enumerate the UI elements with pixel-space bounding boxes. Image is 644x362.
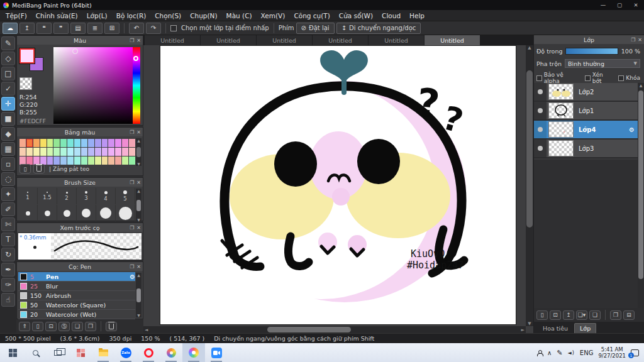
palette-swatch[interactable] — [108, 156, 114, 165]
text-tool[interactable]: T — [1, 233, 15, 246]
people-icon[interactable] — [537, 350, 542, 355]
tray-expand-icon[interactable]: ∧ — [547, 349, 552, 356]
menu-help[interactable]: Help — [405, 12, 429, 19]
palette-swatch[interactable] — [26, 148, 33, 156]
brush-add-preset-button[interactable]: ⊡ — [45, 322, 57, 331]
taskbar-opera[interactable] — [137, 343, 160, 362]
brush-row-watercolor-wet[interactable]: 20 Watercolor (Wet) — [18, 310, 135, 319]
merge-layer-button[interactable]: ⊟ — [623, 310, 635, 320]
blend-dropdown[interactable]: Bình thường ▼ — [565, 59, 640, 68]
layer-visibility[interactable] — [534, 83, 547, 101]
eraser-tool[interactable]: ◇ — [1, 52, 15, 65]
select-pen-tool[interactable]: ✐ — [1, 202, 15, 216]
palette-new-button[interactable]: ▯ — [19, 164, 31, 173]
brush-list-scrollbar[interactable]: ▲▼ — [136, 273, 142, 317]
taskbar-search[interactable] — [24, 343, 47, 362]
palette-swatch[interactable] — [67, 148, 74, 156]
bucket-tool[interactable]: ◆ — [1, 127, 15, 141]
palette-swatch[interactable] — [53, 139, 60, 147]
palette-swatch[interactable] — [108, 139, 114, 147]
close-icon[interactable]: ✕ — [136, 225, 141, 231]
brush-script-button[interactable]: Ⓢ — [58, 322, 70, 331]
scroll-down-icon[interactable]: ▼ — [528, 321, 531, 326]
brush-folder-button[interactable]: ❏ — [72, 322, 83, 331]
select-eraser-tool[interactable]: ✄ — [1, 217, 15, 231]
palette-swatch[interactable] — [122, 148, 128, 156]
layer-row-lop2[interactable]: Lớp2 — [534, 83, 638, 102]
popout-icon[interactable]: ❐ — [130, 38, 134, 43]
rotate-tool[interactable]: ↻ — [1, 248, 15, 261]
language-indicator[interactable]: ENG — [580, 349, 594, 356]
pick-layer-checkbox[interactable] — [170, 25, 177, 31]
notification-icon[interactable]: 1 — [631, 349, 639, 356]
brush-size-1[interactable]: 1 — [18, 188, 38, 204]
magic-wand-tool[interactable]: ✦ — [1, 187, 15, 201]
start-button[interactable] — [1, 343, 24, 362]
palette-swatch[interactable] — [115, 148, 121, 156]
palette-swatch[interactable] — [108, 148, 114, 156]
clipping-checkbox[interactable]: Xén bớt — [585, 72, 613, 84]
popout-icon[interactable]: ❐ — [631, 37, 635, 43]
palette-swatch[interactable] — [129, 148, 135, 156]
add-folder-button[interactable]: ❏▾ — [576, 310, 587, 320]
palette-swatch[interactable] — [81, 148, 87, 156]
taskbar-zoom[interactable] — [205, 343, 228, 362]
layer-visibility[interactable] — [534, 121, 547, 138]
pen-tool[interactable]: ✎ — [1, 36, 15, 50]
scroll-right-icon[interactable]: ► — [521, 327, 525, 332]
popout-icon[interactable]: ❐ — [130, 129, 134, 135]
sb-picker[interactable] — [72, 48, 78, 54]
document-tab[interactable]: Untitled — [313, 35, 368, 45]
comment-button[interactable]: ❝ — [36, 23, 52, 34]
publish-button[interactable]: ↥ — [19, 23, 35, 34]
palette-swatch[interactable] — [26, 139, 33, 147]
palette-swatch[interactable] — [74, 148, 80, 156]
palette-swatch[interactable] — [60, 148, 67, 156]
menu-chinh-sua[interactable]: Chỉnh sửa(E) — [31, 12, 82, 19]
opacity-slider[interactable] — [565, 48, 618, 55]
close-icon[interactable]: ✕ — [136, 180, 141, 185]
document-tab[interactable]: Untitled — [369, 35, 424, 45]
palette-swatch[interactable] — [40, 139, 47, 147]
brush-upload-button[interactable]: ⇑ — [19, 322, 30, 331]
tab-layers[interactable]: Lớp — [574, 323, 596, 333]
lock-checkbox[interactable]: Khóa — [618, 75, 640, 81]
document-tab[interactable]: Untitled — [257, 35, 312, 45]
palette-swatch[interactable] — [19, 148, 26, 156]
palette-swatch[interactable] — [60, 139, 67, 147]
palette-swatch[interactable] — [129, 156, 135, 165]
palette-swatch[interactable] — [67, 139, 74, 147]
brush-row-pen[interactable]: 5 Pen ⚙ — [18, 272, 135, 282]
saturation-brightness-box[interactable] — [53, 47, 133, 124]
taskbar-zalo[interactable]: Zalo — [114, 343, 137, 362]
menu-cloud[interactable]: Cloud — [377, 12, 405, 19]
palette-swatch[interactable] — [115, 139, 121, 147]
layer-visibility[interactable] — [534, 102, 547, 119]
brush-size-preset[interactable] — [77, 205, 96, 221]
speaker-icon[interactable]: ◄) — [568, 350, 575, 356]
menu-lop[interactable]: Lớp(L) — [82, 12, 112, 19]
palette-delete-button[interactable] — [33, 164, 45, 173]
palette-swatch[interactable] — [102, 148, 108, 156]
layer-row-lop4-selected[interactable]: Lớp4 ⚙ — [534, 121, 638, 140]
menu-xem[interactable]: Xem(V) — [257, 12, 290, 19]
palette-swatch[interactable] — [122, 156, 128, 165]
palette-swatch[interactable] — [74, 139, 80, 147]
import-layer-button[interactable]: ↥ — [563, 310, 574, 320]
menu-cua-so[interactable]: Cửa sổ(W) — [335, 12, 377, 19]
shape-tool[interactable]: □ — [1, 67, 15, 80]
vertical-scrollbar[interactable]: ▲ ▼ — [526, 45, 533, 326]
hue-picker[interactable] — [133, 56, 138, 61]
comment-text-button[interactable]: ❞ — [53, 23, 69, 34]
brush-size-preset[interactable] — [18, 205, 38, 221]
palette-swatch[interactable] — [95, 156, 101, 165]
layer-visibility[interactable] — [534, 140, 547, 157]
close-icon[interactable]: ✕ — [638, 37, 642, 43]
taskbar-app-pink[interactable] — [69, 343, 92, 362]
palette-swatch[interactable] — [88, 139, 94, 147]
popout-icon[interactable]: ❐ — [130, 264, 134, 270]
brush-duplicate-button[interactable]: ❐ — [85, 322, 96, 331]
menu-bo-loc[interactable]: Bộ lọc(R) — [112, 12, 151, 19]
taskbar-file-explorer[interactable] — [92, 343, 114, 362]
scroll-left-icon[interactable]: ◄ — [145, 327, 148, 332]
